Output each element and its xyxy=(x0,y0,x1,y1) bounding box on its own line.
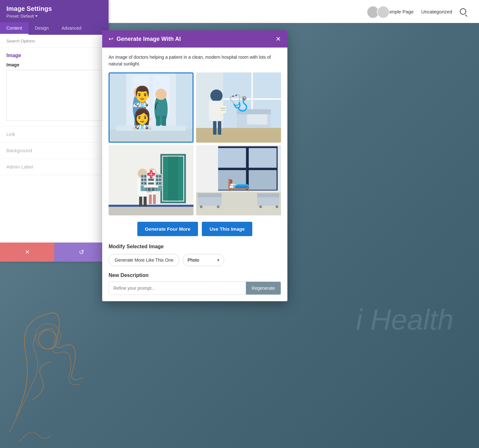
svg-rect-21 xyxy=(196,128,281,143)
svg-rect-59 xyxy=(218,170,246,190)
panel-header: Image Settings Preset: Default xyxy=(0,0,109,22)
svg-rect-16 xyxy=(116,126,186,131)
use-this-image-button[interactable]: Use This Image xyxy=(202,222,252,236)
tab-advanced[interactable]: Advanced xyxy=(55,22,88,35)
svg-rect-44 xyxy=(137,178,141,195)
svg-point-69 xyxy=(200,205,203,208)
svg-rect-5 xyxy=(153,76,169,116)
chevron-down-icon: ▾ xyxy=(217,258,219,263)
svg-rect-13 xyxy=(162,116,166,131)
ai-generate-modal: ↩ Generate Image With AI ✕ An image of d… xyxy=(102,30,287,301)
svg-rect-60 xyxy=(249,170,277,190)
modify-title: Modify Selected Image xyxy=(109,244,281,250)
photo-style-select[interactable]: Photo ▾ xyxy=(183,254,224,266)
svg-rect-52 xyxy=(149,195,152,204)
svg-point-14 xyxy=(144,117,151,121)
svg-rect-54 xyxy=(147,190,152,192)
image-section-title: Image xyxy=(6,53,102,58)
svg-point-10 xyxy=(154,93,168,125)
link-label: Link xyxy=(6,131,15,137)
search-icon[interactable] xyxy=(460,8,466,15)
svg-rect-40 xyxy=(109,206,194,215)
svg-rect-66 xyxy=(198,193,221,197)
svg-rect-4 xyxy=(133,76,149,116)
svg-rect-29 xyxy=(213,121,217,135)
new-description-title: New Description xyxy=(109,273,281,278)
regenerate-button[interactable]: Regenerate xyxy=(246,282,281,295)
svg-rect-8 xyxy=(134,114,138,131)
generated-image-2[interactable] xyxy=(196,72,281,143)
modal-body: An image of doctors helping a patient in… xyxy=(102,48,287,301)
svg-rect-38 xyxy=(168,157,178,201)
svg-rect-45 xyxy=(143,178,147,195)
svg-rect-68 xyxy=(257,193,279,197)
panel-bottom-bar: ✕ ↺ xyxy=(0,243,109,262)
svg-point-6 xyxy=(133,91,146,124)
refine-prompt-row: Regenerate xyxy=(109,281,281,295)
panel-preset[interactable]: Preset: Default xyxy=(6,14,102,19)
svg-point-48 xyxy=(148,168,156,177)
svg-rect-23 xyxy=(237,109,271,114)
modify-row: Generate More Like This One Photo ▾ xyxy=(109,254,281,266)
svg-point-25 xyxy=(210,90,223,102)
avatar xyxy=(377,6,390,19)
background-label: Background xyxy=(6,148,32,153)
image-settings-panel: Image Settings Preset: Default Content D… xyxy=(0,0,109,262)
panel-title: Image Settings xyxy=(6,5,102,12)
svg-rect-24 xyxy=(247,114,268,124)
generated-image-3[interactable] xyxy=(109,145,194,215)
svg-point-42 xyxy=(138,169,148,178)
admin-label-section[interactable]: Admin Label xyxy=(0,159,109,175)
reset-button[interactable]: ↺ xyxy=(54,243,109,262)
svg-rect-46 xyxy=(139,197,142,207)
image-grid xyxy=(109,72,281,215)
delete-button[interactable]: ✕ xyxy=(0,243,54,262)
refine-prompt-input[interactable] xyxy=(109,282,246,295)
svg-rect-53 xyxy=(153,195,156,204)
svg-rect-9 xyxy=(141,114,144,131)
svg-rect-15 xyxy=(110,129,193,142)
svg-rect-57 xyxy=(218,148,246,168)
prompt-description: An image of doctors helping a patient in… xyxy=(109,54,281,67)
image-upload-area[interactable] xyxy=(6,70,102,121)
modal-title: Generate Image With AI xyxy=(117,36,181,42)
svg-rect-50 xyxy=(147,177,150,193)
svg-rect-47 xyxy=(144,197,147,207)
background-section[interactable]: Background xyxy=(0,143,109,159)
close-button[interactable]: ✕ xyxy=(276,36,281,42)
action-buttons-row: Generate Four More Use This Image xyxy=(109,222,281,236)
panel-tabs: Content Design Advanced xyxy=(0,22,109,35)
search-options: Search Options xyxy=(0,35,109,48)
background-health-text: i Health xyxy=(356,303,453,336)
generated-image-1[interactable] xyxy=(109,72,194,143)
photo-style-label: Photo xyxy=(187,258,199,263)
generate-four-more-button[interactable]: Generate Four More xyxy=(137,222,198,236)
modal-header: ↩ Generate Image With AI ✕ xyxy=(102,30,287,48)
svg-rect-31 xyxy=(220,106,226,113)
svg-point-71 xyxy=(259,205,262,208)
svg-rect-51 xyxy=(152,177,156,193)
chevron-down-icon xyxy=(35,15,38,17)
svg-rect-41 xyxy=(109,205,194,207)
nav-link-uncategorized[interactable]: Uncategorized xyxy=(421,9,452,14)
svg-rect-30 xyxy=(218,121,221,135)
new-description-section: New Description Regenerate xyxy=(109,273,281,295)
avatar-row xyxy=(367,6,390,19)
image-section: Image Image xyxy=(0,48,109,126)
svg-point-11 xyxy=(156,89,167,100)
back-icon[interactable]: ↩ xyxy=(109,35,113,42)
svg-rect-27 xyxy=(209,101,213,120)
modify-selected-section: Modify Selected Image Generate More Like… xyxy=(109,244,281,266)
svg-point-7 xyxy=(133,86,145,98)
link-section[interactable]: Link xyxy=(0,126,109,143)
svg-rect-12 xyxy=(156,116,160,131)
svg-point-72 xyxy=(276,205,278,208)
svg-rect-58 xyxy=(249,148,277,168)
generate-more-like-this-button[interactable]: Generate More Like This One xyxy=(109,254,179,266)
tab-content[interactable]: Content xyxy=(0,22,28,35)
svg-point-70 xyxy=(217,205,220,208)
tab-design[interactable]: Design xyxy=(28,22,55,35)
modal-header-left: ↩ Generate Image With AI xyxy=(109,35,181,42)
admin-label: Admin Label xyxy=(6,164,33,169)
generated-image-4[interactable] xyxy=(196,145,281,215)
